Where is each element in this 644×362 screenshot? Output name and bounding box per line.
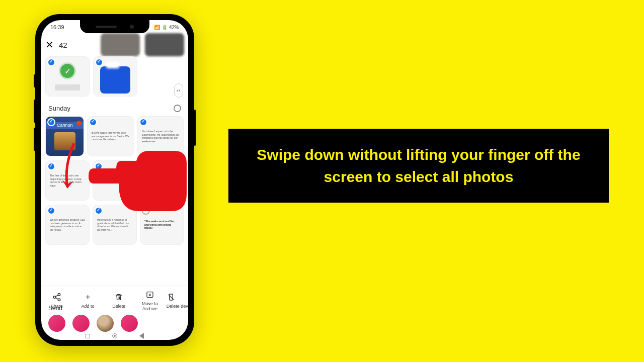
volume-down-button xyxy=(34,128,36,151)
send-section: Send xyxy=(41,302,188,332)
checkmark-icon xyxy=(139,118,147,126)
section-header: Sunday xyxy=(41,100,188,115)
close-icon[interactable]: ✕ xyxy=(45,39,54,51)
contact-avatar[interactable] xyxy=(48,315,65,332)
checkmark-icon xyxy=(47,58,55,66)
svg-point-2 xyxy=(58,299,60,301)
empty-cell xyxy=(140,56,184,97)
photo-thumbnail[interactable]: But He hopes that we will seek encourage… xyxy=(87,116,134,156)
section-label: Sunday xyxy=(48,105,70,112)
recents-icon[interactable] xyxy=(86,334,90,338)
selection-count: 42 xyxy=(59,41,67,49)
thumbnail-partial[interactable] xyxy=(145,33,184,56)
svg-point-0 xyxy=(58,293,60,296)
svg-line-3 xyxy=(55,295,58,296)
checkmark-icon xyxy=(95,162,103,170)
svg-point-1 xyxy=(53,296,56,298)
clock: 16:39 xyxy=(50,24,64,30)
selection-topbar: ✕ 42 xyxy=(41,34,188,55)
contact-avatar[interactable] xyxy=(121,315,138,332)
contact-avatar[interactable] xyxy=(72,315,90,332)
plus-icon: + xyxy=(84,293,93,302)
notch xyxy=(80,20,149,33)
photo-thumbnail[interactable]: "She seeks wool and flax, and works with… xyxy=(140,205,184,245)
photo-thumbnail[interactable]: She seeks wool and flax, and works with … xyxy=(140,160,184,201)
photo-thumbnail[interactable] xyxy=(93,56,138,97)
trash-icon xyxy=(114,293,123,302)
contact-avatar[interactable] xyxy=(97,315,114,332)
back-icon[interactable] xyxy=(139,333,144,339)
select-all-circle[interactable] xyxy=(174,105,181,112)
check-circle-icon: ✓ xyxy=(59,62,76,79)
svg-line-4 xyxy=(55,298,58,299)
status-right: 📶 🔋 42% xyxy=(154,25,179,30)
checkmark-icon xyxy=(47,207,55,215)
checkmark-icon xyxy=(142,162,150,170)
checkmark-icon xyxy=(47,162,55,170)
share-icon xyxy=(52,293,61,302)
thumbnail-partial[interactable] xyxy=(101,33,140,56)
android-nav-bar xyxy=(41,332,188,340)
power-button xyxy=(194,110,196,146)
instruction-caption: Swipe down without lifting your finger o… xyxy=(228,129,609,203)
photo-thumbnail[interactable]: Hard work is a response of gratitude for… xyxy=(93,205,137,245)
photo-thumbnail[interactable]: God doesn't expect us to be superhuman. … xyxy=(137,116,184,156)
mute-switch xyxy=(34,74,36,87)
send-label: Send xyxy=(48,305,181,312)
photo-thumbnail[interactable]: We are generous because God has been gen… xyxy=(45,205,90,245)
device-icon xyxy=(167,293,176,302)
photo-thumbnail[interactable]: ✓ xyxy=(45,56,90,97)
photo-thumbnail[interactable]: We need God to comfort, strengthen, and … xyxy=(93,160,137,201)
swipe-arrow-annotation xyxy=(56,141,87,196)
archive-icon xyxy=(145,290,154,299)
home-icon[interactable] xyxy=(112,333,117,338)
volume-up-button xyxy=(34,100,36,123)
checkmark-icon xyxy=(95,207,103,215)
checkmark-icon xyxy=(47,118,55,126)
unchecked-circle-icon xyxy=(142,207,150,215)
checkmark-icon xyxy=(89,118,97,126)
checkmark-icon xyxy=(95,58,103,66)
